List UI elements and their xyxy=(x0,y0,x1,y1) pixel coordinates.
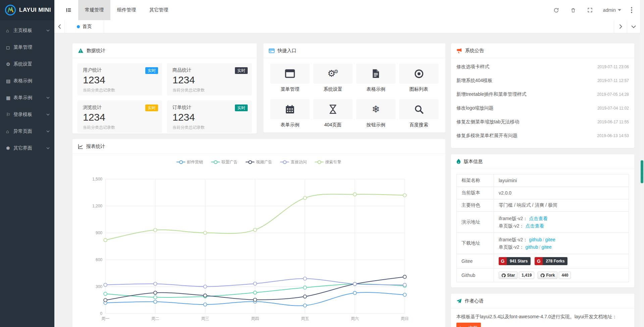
stat-card-1[interactable]: 用户统计1234当前分类总记录数实时 xyxy=(78,63,162,95)
legend-item-5[interactable]: 搜索引擎 xyxy=(315,158,341,166)
user-dropdown[interactable]: admin xyxy=(598,0,626,20)
sidebar-item-7[interactable]: ⌂异常页面 xyxy=(0,123,54,140)
sidebar-item-3[interactable]: ⚙系统设置 xyxy=(0,56,54,73)
data-point[interactable] xyxy=(203,231,207,235)
tabs-scroll-right-icon[interactable] xyxy=(614,20,627,33)
notice-item-3[interactable]: 新增treetable插件和菜单管理样式2019-07-05 14:28 xyxy=(456,87,629,101)
scrollbar-thumb[interactable] xyxy=(641,160,643,183)
notice-item-2[interactable]: 新增系统404模板2019-07-11 12:57 xyxy=(456,74,629,87)
legend-marker xyxy=(246,160,254,164)
top-nav-item-3[interactable]: 其它管理 xyxy=(143,0,175,20)
notice-item-6[interactable]: 修复多模块菜单栏展开有问题2019-06-13 14:53 xyxy=(456,129,629,142)
sidebar-item-4[interactable]: ▤表格示例 xyxy=(0,73,54,89)
legend-item-2[interactable]: 联盟广告 xyxy=(211,158,238,166)
top-nav-item-1[interactable]: 常规管理 xyxy=(78,0,110,20)
notice-item-1[interactable]: 修改选项卡样式2019-07-11 23:06 xyxy=(456,60,629,74)
data-point[interactable] xyxy=(154,300,157,303)
data-point[interactable] xyxy=(203,285,207,288)
data-point[interactable] xyxy=(303,295,307,298)
link-line: iframe版-v2：github/gitee xyxy=(499,236,624,243)
sidebar-item-5[interactable]: ▦表单示例 xyxy=(0,89,54,106)
data-point[interactable] xyxy=(253,298,257,301)
data-point[interactable] xyxy=(253,228,257,232)
legend-item-1[interactable]: 邮件营销 xyxy=(177,158,203,166)
sidebar-item-2[interactable]: ◻菜单管理 xyxy=(0,39,54,56)
stat-card-2[interactable]: 商品统计1234当前分类总记录数实时 xyxy=(167,63,252,95)
stat-card-3[interactable]: 浏览统计1234当前分类总记录数实时 xyxy=(78,100,162,133)
sidebar-item-1[interactable]: ⌂主页模板 xyxy=(0,22,54,39)
legend-marker xyxy=(280,160,289,164)
more-vertical-icon[interactable] xyxy=(626,0,637,20)
quick-entry-2[interactable]: ⚙⚙系统设置 xyxy=(313,64,353,96)
github-star-button[interactable]: Star xyxy=(499,272,517,279)
fullscreen-icon[interactable] xyxy=(582,0,598,20)
panel-system-notice-header: 系统公告 xyxy=(451,43,634,58)
svg-text:周二: 周二 xyxy=(151,316,159,321)
link-gitee[interactable]: gitee xyxy=(545,237,555,242)
data-point[interactable] xyxy=(353,193,356,196)
link-点击查看[interactable]: 点击查看 xyxy=(525,223,544,229)
app-logo[interactable]: LAYUI MINI xyxy=(0,0,54,20)
data-point[interactable] xyxy=(154,282,157,285)
data-point[interactable] xyxy=(154,295,157,299)
quick-entry-6[interactable]: 404页面 xyxy=(313,99,353,131)
notice-item-4[interactable]: 修改logo缩放问题2019-07-04 11:02 xyxy=(456,101,629,115)
gitee-badge[interactable]: G941 Stars xyxy=(499,257,531,265)
tabs-menu-icon[interactable] xyxy=(627,20,640,33)
data-point[interactable] xyxy=(203,294,207,297)
quick-entry-grid: 菜单管理⚙⚙系统设置表格示例图标列表表单示例404页面❄按钮示例百度搜索 xyxy=(263,58,445,133)
quick-entry-8[interactable]: 百度搜索 xyxy=(399,99,439,131)
link-github[interactable]: github xyxy=(525,244,538,250)
sidebar-item-6[interactable]: ⚐登录模板 xyxy=(0,106,54,123)
data-point[interactable] xyxy=(104,283,107,287)
data-point[interactable] xyxy=(403,293,406,296)
link-点击查看[interactable]: 点击查看 xyxy=(529,216,548,221)
data-point[interactable] xyxy=(104,298,107,302)
trash-icon[interactable] xyxy=(565,0,582,20)
data-point[interactable] xyxy=(253,282,257,285)
data-point[interactable] xyxy=(353,291,356,295)
data-point[interactable] xyxy=(203,303,207,306)
tabs-scroll-left-icon[interactable] xyxy=(54,20,65,33)
data-point[interactable] xyxy=(253,291,257,294)
link-gitee[interactable]: gitee xyxy=(542,244,552,250)
data-point[interactable] xyxy=(403,275,406,279)
legend-item-3[interactable]: 视频广告 xyxy=(246,158,272,166)
layui-doc-button[interactable]: layui文档 xyxy=(456,323,481,327)
data-point[interactable] xyxy=(104,292,107,295)
sidebar-item-8[interactable]: ✽其它界面 xyxy=(0,140,54,157)
sidebar-fold-icon[interactable] xyxy=(59,0,78,20)
data-point[interactable] xyxy=(104,238,107,242)
gitee-badge[interactable]: G278 Forks xyxy=(535,257,567,265)
data-point[interactable] xyxy=(403,194,406,197)
data-point[interactable] xyxy=(154,291,157,294)
panel-author-words: 作者心语 本模板基于layui2.5.4以及font-awesome-4.7.0… xyxy=(451,293,635,327)
github-badge-count[interactable]: 440 xyxy=(559,272,571,279)
refresh-icon[interactable] xyxy=(548,0,565,20)
stat-card-4[interactable]: 订单统计1234当前分类总记录数实时 xyxy=(167,100,252,133)
link-github[interactable]: github xyxy=(529,237,542,242)
data-point[interactable] xyxy=(353,282,356,286)
quick-entry-5[interactable]: 表单示例 xyxy=(270,99,310,131)
data-point[interactable] xyxy=(303,304,307,307)
svg-text:900: 900 xyxy=(96,231,102,235)
data-point[interactable] xyxy=(303,286,307,289)
notice-item-5[interactable]: 修复左侧菜单缩放tab无法移动2019-06-17 11:55 xyxy=(456,115,629,129)
quick-entry-3[interactable]: 表格示例 xyxy=(356,64,396,96)
quick-entry-4[interactable]: 图标列表 xyxy=(399,64,439,96)
page-scrollbar[interactable] xyxy=(640,0,644,327)
notice-date: 2019-07-11 12:57 xyxy=(597,78,629,83)
data-point[interactable] xyxy=(303,277,307,280)
tab-home[interactable]: 首页 xyxy=(65,20,104,33)
quick-entry-1[interactable]: 菜单管理 xyxy=(270,64,310,96)
data-point[interactable] xyxy=(303,196,307,200)
header-actions: admin xyxy=(548,0,644,20)
top-nav-item-2[interactable]: 组件管理 xyxy=(110,0,143,20)
legend-item-4[interactable]: 直接访问 xyxy=(280,158,307,166)
github-badge-count[interactable]: 1,419 xyxy=(519,272,534,279)
data-point[interactable] xyxy=(154,228,157,232)
panel-title: 数据统计 xyxy=(87,48,105,54)
data-point[interactable] xyxy=(403,283,406,287)
github-fork-button[interactable]: Fork xyxy=(538,272,557,279)
quick-entry-7[interactable]: ❄按钮示例 xyxy=(356,99,396,131)
